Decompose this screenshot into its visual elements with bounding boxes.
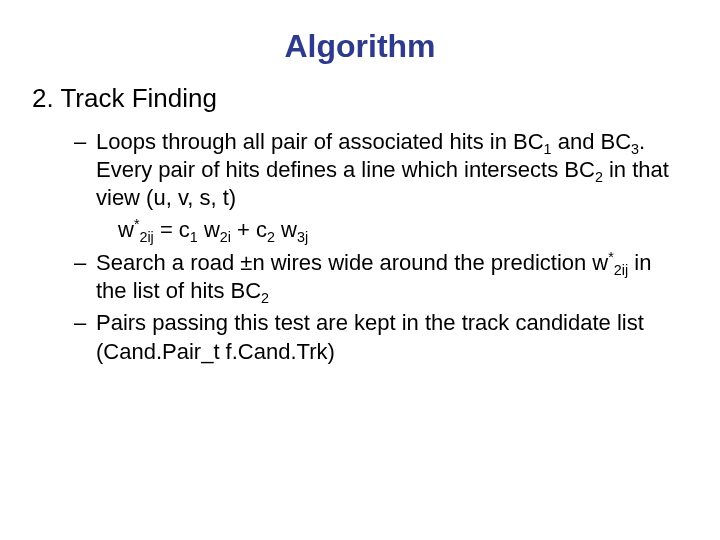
sub: 3 [631, 141, 639, 157]
sub: 2 [261, 291, 269, 307]
sub: 2 [595, 170, 603, 186]
text: w [118, 217, 134, 242]
text: w [198, 217, 220, 242]
sub: 2i [220, 230, 231, 246]
text: + c [231, 217, 267, 242]
text: = c [154, 217, 190, 242]
section-heading: 2. Track Finding [32, 83, 720, 114]
text: and BC [552, 129, 632, 154]
bullet-2: Search a road ±n wires wide around the p… [74, 249, 680, 305]
text: Search a road ±n wires wide around the p… [96, 250, 608, 275]
formula-line: w*2ij = c1 w2i + c2 w3j [118, 216, 720, 245]
text: w [275, 217, 297, 242]
sub: 3j [297, 230, 308, 246]
sub: 2ij [614, 262, 628, 278]
slide-title: Algorithm [0, 0, 720, 83]
bullet-1: Loops through all pair of associated hit… [74, 128, 680, 212]
text: Loops through all pair of associated hit… [96, 129, 544, 154]
sub: 2 [267, 230, 275, 246]
slide: Algorithm 2. Track Finding Loops through… [0, 0, 720, 540]
bullet-3: Pairs passing this test are kept in the … [74, 309, 680, 365]
sub: 2ij [139, 230, 153, 246]
bullet-list: Loops through all pair of associated hit… [0, 128, 720, 212]
bullet-list: Search a road ±n wires wide around the p… [0, 249, 720, 366]
text: Pairs passing this test are kept in the … [96, 310, 644, 363]
sub: 1 [544, 141, 552, 157]
sub: 1 [190, 230, 198, 246]
